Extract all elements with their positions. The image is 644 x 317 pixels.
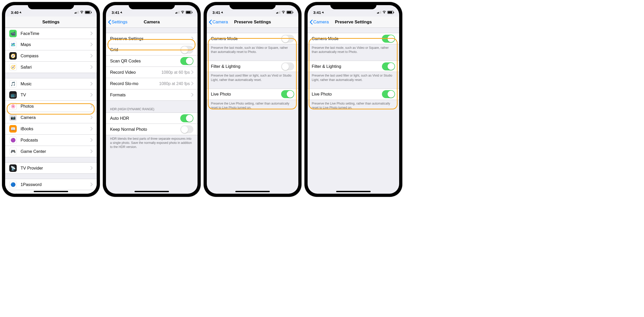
settings-row[interactable]: 🟣Podcasts xyxy=(5,135,97,146)
row-label: Record Slo-mo xyxy=(110,81,159,86)
status-time: 3:41 xyxy=(212,10,220,15)
settings-row[interactable]: 🌸Photos xyxy=(5,101,97,112)
row-label: Filter & Lighting xyxy=(312,64,382,69)
1password-icon: 🔵 xyxy=(9,181,17,188)
settings-row[interactable]: Camera Mode xyxy=(308,33,399,44)
chevron-right-icon xyxy=(191,81,193,87)
toggle-switch[interactable] xyxy=(180,57,193,65)
row-label: Camera Mode xyxy=(211,36,281,41)
wifi-icon xyxy=(382,10,386,14)
group-footer: Preserve the last mode, such as Video or… xyxy=(308,44,399,55)
signal-icon xyxy=(75,11,79,14)
chevron-right-icon xyxy=(91,103,93,109)
screen: 3:40➤Settings📹FaceTime🗺️Maps🧭Compass🧭Saf… xyxy=(5,5,97,194)
home-indicator[interactable] xyxy=(135,191,169,192)
settings-row[interactable]: Formats xyxy=(106,89,198,101)
settings-row[interactable]: 📖iBooks xyxy=(5,123,97,135)
settings-row[interactable]: 🎮Game Center xyxy=(5,146,97,157)
settings-row[interactable]: 📷Camera xyxy=(5,112,97,123)
toggle-switch[interactable] xyxy=(382,90,395,98)
settings-row[interactable]: Record Slo-mo1080p at 240 fps xyxy=(106,78,198,89)
toggle-switch[interactable] xyxy=(382,62,395,70)
row-label: Auto HDR xyxy=(110,116,180,121)
nav-title: Settings xyxy=(42,20,59,25)
toggle-switch[interactable] xyxy=(180,125,193,133)
row-detail: 1080p at 60 fps xyxy=(162,70,190,75)
chevron-right-icon xyxy=(91,115,93,120)
settings-row[interactable]: Camera Mode xyxy=(207,33,298,44)
settings-row[interactable]: Scan QR Codes xyxy=(106,55,198,67)
settings-row[interactable]: Grid xyxy=(106,44,198,55)
signal-icon xyxy=(175,11,180,14)
toggle-switch[interactable] xyxy=(180,46,193,54)
row-label: Safari xyxy=(21,65,91,70)
settings-row[interactable]: 📡TV Provider xyxy=(5,162,97,174)
row-label: Camera xyxy=(21,115,91,120)
content-scroll[interactable]: Camera ModePreserve the last mode, such … xyxy=(308,28,399,194)
content-scroll[interactable]: Preserve SettingsGridScan QR CodesRecord… xyxy=(106,28,198,194)
notch xyxy=(330,2,377,9)
battery-icon xyxy=(287,11,293,14)
settings-row[interactable]: 🧭Safari xyxy=(5,62,97,73)
nav-back-button[interactable]: Settings xyxy=(108,20,127,25)
compass-icon: 🧭 xyxy=(9,52,17,60)
home-indicator[interactable] xyxy=(336,191,371,192)
chevron-right-icon xyxy=(91,182,93,188)
ibooks-icon: 📖 xyxy=(9,125,17,133)
settings-row[interactable]: 🗺️Maps xyxy=(5,39,97,50)
phone-frame: 3:41➤CameraPreserve SettingsCamera ModeP… xyxy=(305,2,402,197)
settings-group: Live PhotoPreserve the Live Photo settin… xyxy=(207,89,298,111)
location-icon: ➤ xyxy=(321,10,325,14)
status-time: 3:41 xyxy=(112,10,119,15)
toggle-switch[interactable] xyxy=(382,35,395,43)
nav-bar: SettingsCamera xyxy=(106,16,198,28)
settings-row[interactable]: Auto HDR xyxy=(106,113,198,124)
settings-row[interactable]: Live Photo xyxy=(308,89,399,100)
nav-back-label: Settings xyxy=(112,20,127,25)
chevron-right-icon xyxy=(191,36,193,42)
home-indicator[interactable] xyxy=(235,191,270,192)
settings-row[interactable]: Filter & Lighting xyxy=(308,61,399,72)
settings-group: Filter & LightingPreserve the last used … xyxy=(308,61,399,83)
chevron-right-icon xyxy=(91,126,93,132)
row-label: iBooks xyxy=(21,126,91,131)
group-footer: Preserve the last used filter or light, … xyxy=(207,72,298,83)
nav-back-button[interactable]: Camera xyxy=(209,20,228,25)
settings-row[interactable]: Preserve Settings xyxy=(106,33,198,44)
settings-row[interactable]: 📺TV xyxy=(5,89,97,101)
screen: 3:41➤CameraPreserve SettingsCamera ModeP… xyxy=(308,5,399,194)
settings-row[interactable]: Filter & Lighting xyxy=(207,61,298,72)
settings-row[interactable]: Keep Normal Photo xyxy=(106,124,198,135)
settings-row[interactable]: 🧭Compass xyxy=(5,50,97,62)
settings-row[interactable]: Live Photo xyxy=(207,89,298,100)
notch xyxy=(229,2,276,9)
content-scroll[interactable]: 📹FaceTime🗺️Maps🧭Compass🧭Safari🎵Music📺TV🌸… xyxy=(5,28,97,194)
toggle-switch[interactable] xyxy=(281,90,294,98)
screen: 3:41➤SettingsCameraPreserve SettingsGrid… xyxy=(106,5,198,194)
toggle-switch[interactable] xyxy=(281,35,294,43)
nav-back-button[interactable]: Camera xyxy=(310,20,329,25)
settings-group: Camera ModePreserve the last mode, such … xyxy=(207,33,298,55)
chevron-right-icon xyxy=(91,165,93,171)
row-label: 1Password xyxy=(21,182,91,187)
phone-frame: 3:41➤SettingsCameraPreserve SettingsGrid… xyxy=(103,2,201,197)
nav-back-label: Camera xyxy=(313,20,329,25)
music-icon: 🎵 xyxy=(9,80,17,88)
chevron-right-icon xyxy=(91,148,93,154)
settings-row[interactable]: Record Video1080p at 60 fps xyxy=(106,67,198,78)
notch xyxy=(28,2,74,9)
settings-row[interactable]: 🔵1Password xyxy=(5,179,97,190)
notch xyxy=(129,2,175,9)
home-indicator[interactable] xyxy=(34,191,68,192)
content-scroll[interactable]: Camera ModePreserve the last mode, such … xyxy=(207,28,298,194)
settings-row[interactable]: 📹FaceTime xyxy=(5,28,97,39)
settings-group: Live PhotoPreserve the Live Photo settin… xyxy=(308,89,399,111)
settings-row[interactable]: 🎵Music xyxy=(5,78,97,89)
settings-group: HDR (HIGH DYNAMIC RANGE)Auto HDRKeep Nor… xyxy=(106,106,198,151)
toggle-switch[interactable] xyxy=(180,114,193,122)
maps-icon: 🗺️ xyxy=(9,41,17,48)
chevron-right-icon xyxy=(91,92,93,98)
row-label: Camera Mode xyxy=(312,36,382,41)
location-icon: ➤ xyxy=(119,10,123,14)
toggle-switch[interactable] xyxy=(281,62,294,70)
